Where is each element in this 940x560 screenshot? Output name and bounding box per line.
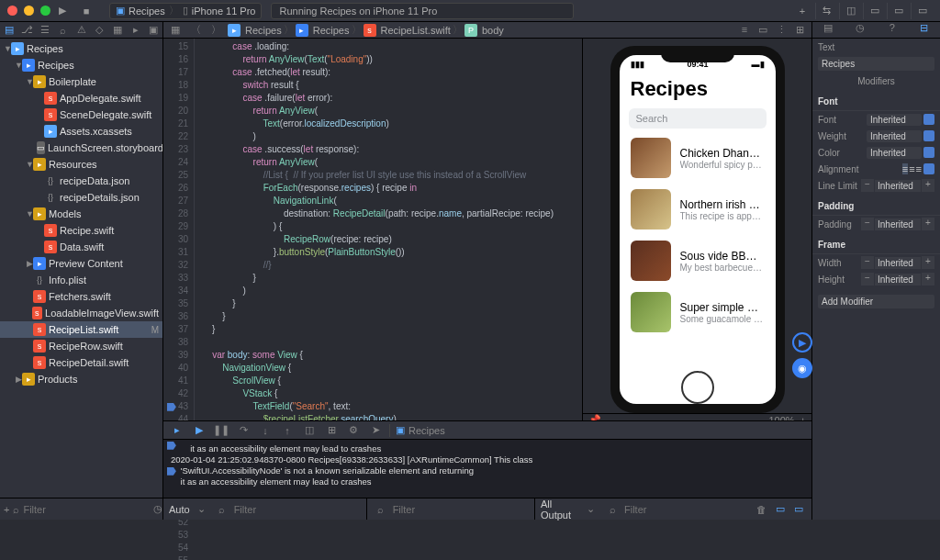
code-editor[interactable]: case .loading: return AnyView(Text("Load…	[195, 39, 582, 420]
attributes-inspector-tab[interactable]: ⊟	[908, 22, 940, 38]
live-preview-button[interactable]: ▶	[792, 332, 812, 353]
padding-dec-button[interactable]: −	[861, 218, 874, 230]
add-button[interactable]: +	[791, 3, 813, 19]
height-inc-button[interactable]: +	[922, 273, 934, 286]
toggle-debug-button[interactable]: ▭	[887, 3, 909, 19]
memory-graph-button[interactable]: ⊞	[323, 424, 340, 436]
project-navigator-tab[interactable]: ▤	[0, 22, 18, 38]
navigator-filter-input[interactable]	[23, 504, 150, 515]
linelimit-dec-button[interactable]: −	[861, 179, 874, 192]
history-inspector-tab[interactable]: ◷	[845, 22, 877, 38]
align-center-button[interactable]: ≡	[909, 163, 914, 174]
back-button[interactable]: 〈	[187, 23, 204, 37]
editor-mode-button[interactable]: ≡	[736, 24, 753, 36]
padding-inc-button[interactable]: +	[922, 218, 934, 230]
zoom-window[interactable]	[40, 6, 50, 16]
file-tree-item[interactable]: sData.swift	[0, 239, 162, 255]
file-tree-item[interactable]: ▼▸Boilerplate	[0, 73, 162, 90]
recipe-row[interactable]: Sous vide BBQ pork ri... My best barbecu…	[620, 235, 776, 286]
close-window[interactable]	[7, 6, 17, 16]
linelimit-inc-button[interactable]: +	[922, 179, 934, 192]
breakpoint-navigator-tab[interactable]: ▸	[127, 22, 145, 38]
adjust-editor-button[interactable]: ⋮	[773, 24, 789, 36]
minimize-window[interactable]	[24, 6, 34, 16]
clear-console-button[interactable]: 🗑	[755, 504, 769, 515]
align-left-button[interactable]: ≡	[902, 163, 908, 174]
debug-navigator-tab[interactable]: ▦	[108, 22, 127, 38]
color-value[interactable]: Inherited	[867, 147, 922, 159]
file-tree-item[interactable]: sRecipeList.swiftM	[0, 321, 162, 338]
jump-bar-segment[interactable]: ▸Recipes	[296, 24, 350, 37]
stop-button[interactable]: ■	[74, 3, 98, 19]
file-tree-item[interactable]: ▭LaunchScreen.storyboard	[0, 140, 162, 156]
library-button[interactable]: ⇆	[815, 3, 837, 19]
toggle-inspector-button[interactable]: ▭	[911, 3, 933, 19]
width-dec-button[interactable]: −	[861, 256, 874, 269]
toggle-variables-view-button[interactable]: ▭	[773, 503, 788, 515]
toggle-breakpoints-button[interactable]: ▸	[169, 424, 185, 436]
preview-inspect-button[interactable]: ◉	[792, 358, 812, 378]
jump-bar-segment[interactable]: Pbody	[464, 24, 504, 37]
process-crumb[interactable]: ▣ Recipes	[396, 424, 445, 436]
file-tree-item[interactable]: {}recipeData.json	[0, 173, 162, 189]
file-tree-item[interactable]: {}recipeDetails.json	[0, 189, 162, 206]
file-tree-item[interactable]: sFetchers.swift	[0, 288, 162, 305]
step-out-button[interactable]: ↑	[279, 425, 296, 436]
recent-filter-button[interactable]: ◷	[153, 502, 162, 517]
file-inspector-tab[interactable]: ▤	[812, 22, 845, 38]
add-modifier-button[interactable]: Add Modifier	[818, 295, 934, 308]
variables-filter-input[interactable]	[234, 504, 361, 515]
weight-value[interactable]: Inherited	[867, 130, 922, 142]
height-dec-button[interactable]: −	[861, 273, 874, 286]
jump-bar-segment[interactable]: ▸Recipes	[228, 24, 282, 37]
weight-popup-button[interactable]	[923, 130, 934, 141]
width-value[interactable]: Inherited	[875, 257, 921, 269]
file-tree-item[interactable]: ▼▸Resources	[0, 156, 162, 173]
recipe-row[interactable]: Chicken Dhansak Wonderful spicy persian/…	[620, 132, 776, 184]
file-tree-item[interactable]: sRecipeDetail.swift	[0, 354, 162, 371]
run-button[interactable]: ▶	[50, 3, 74, 19]
console-output[interactable]: it as an accessibility element may lead …	[163, 439, 811, 498]
continue-button[interactable]: ▶	[191, 424, 207, 436]
step-into-button[interactable]: ↓	[257, 425, 274, 436]
file-tree-item[interactable]: ▼▸Recipes	[0, 40, 162, 57]
file-tree-item[interactable]: sLoadableImageView.swift	[0, 305, 162, 321]
inspector-value-field[interactable]: Recipes	[818, 57, 934, 71]
forward-button[interactable]: 〉	[207, 23, 224, 37]
file-tree-item[interactable]: ▼▸Recipes	[0, 57, 162, 73]
source-control-navigator-tab[interactable]: ⎇	[18, 22, 37, 38]
file-tree-item[interactable]: ▼▸Models	[0, 206, 162, 222]
width-inc-button[interactable]: +	[922, 256, 934, 269]
debug-view-button[interactable]: ◫	[301, 424, 318, 436]
search-field[interactable]: Search	[629, 108, 767, 129]
console-filter-right-input[interactable]	[624, 504, 751, 515]
location-button[interactable]: ➤	[367, 424, 384, 436]
pause-button[interactable]: ❚❚	[213, 424, 229, 436]
find-navigator-tab[interactable]: ⌕	[54, 22, 73, 38]
jump-bar-segment[interactable]: sRecipeList.swift	[364, 24, 451, 37]
linelimit-value[interactable]: Inherited	[875, 180, 921, 192]
add-file-button[interactable]: +	[4, 502, 9, 517]
variables-settings-icon[interactable]: ⌄	[194, 503, 210, 515]
toggle-console-view-button[interactable]: ▭	[791, 503, 806, 515]
height-value[interactable]: Inherited	[875, 274, 921, 286]
align-right-button[interactable]: ≡	[916, 163, 922, 174]
file-tree-item[interactable]: sAppDelegate.swift	[0, 90, 162, 106]
report-navigator-tab[interactable]: ▣	[144, 22, 162, 38]
env-override-button[interactable]: ⚙	[345, 424, 362, 436]
test-navigator-tab[interactable]: ◇	[90, 22, 108, 38]
symbol-navigator-tab[interactable]: ☰	[36, 22, 54, 38]
home-button[interactable]	[681, 371, 714, 404]
help-inspector-tab[interactable]: ?	[877, 22, 909, 38]
console-filter-left-input[interactable]	[393, 504, 529, 515]
font-value[interactable]: Inherited	[867, 114, 922, 126]
file-tree-item[interactable]: {}Info.plist	[0, 272, 162, 288]
auto-label[interactable]: Auto	[169, 504, 190, 515]
file-tree-item[interactable]: ▶▸Products	[0, 371, 162, 387]
add-editor-button[interactable]: ⊞	[791, 24, 808, 36]
recipe-row[interactable]: Super simple guacam... Some guacamole re…	[620, 286, 776, 338]
recipe-list[interactable]: Chicken Dhansak Wonderful spicy persian/…	[620, 132, 776, 404]
recipe-row[interactable]: Northern irish vegeta... This recipe is …	[620, 184, 776, 235]
toggle-navigator-button[interactable]: ▭	[863, 3, 885, 19]
file-tree-item[interactable]: ▸Assets.xcassets	[0, 123, 162, 140]
